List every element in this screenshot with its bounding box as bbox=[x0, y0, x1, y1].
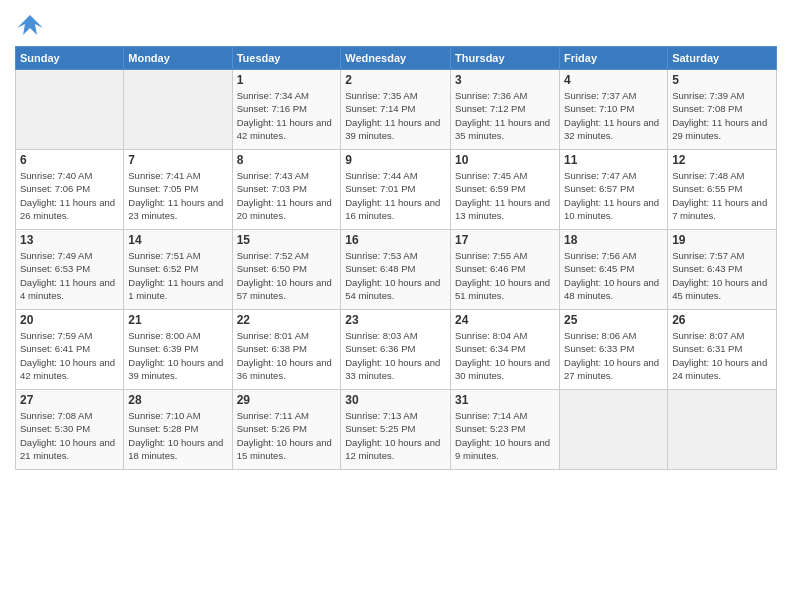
day-number: 6 bbox=[20, 153, 119, 167]
day-number: 28 bbox=[128, 393, 227, 407]
day-number: 21 bbox=[128, 313, 227, 327]
day-cell: 11Sunrise: 7:47 AM Sunset: 6:57 PM Dayli… bbox=[560, 150, 668, 230]
day-info: Sunrise: 7:36 AM Sunset: 7:12 PM Dayligh… bbox=[455, 89, 555, 142]
day-info: Sunrise: 7:51 AM Sunset: 6:52 PM Dayligh… bbox=[128, 249, 227, 302]
calendar-header-row: SundayMondayTuesdayWednesdayThursdayFrid… bbox=[16, 47, 777, 70]
day-cell: 7Sunrise: 7:41 AM Sunset: 7:05 PM Daylig… bbox=[124, 150, 232, 230]
day-number: 30 bbox=[345, 393, 446, 407]
day-cell bbox=[16, 70, 124, 150]
day-cell: 5Sunrise: 7:39 AM Sunset: 7:08 PM Daylig… bbox=[668, 70, 777, 150]
day-number: 20 bbox=[20, 313, 119, 327]
day-info: Sunrise: 7:37 AM Sunset: 7:10 PM Dayligh… bbox=[564, 89, 663, 142]
day-info: Sunrise: 7:56 AM Sunset: 6:45 PM Dayligh… bbox=[564, 249, 663, 302]
day-info: Sunrise: 8:03 AM Sunset: 6:36 PM Dayligh… bbox=[345, 329, 446, 382]
day-info: Sunrise: 7:45 AM Sunset: 6:59 PM Dayligh… bbox=[455, 169, 555, 222]
day-number: 27 bbox=[20, 393, 119, 407]
day-number: 11 bbox=[564, 153, 663, 167]
day-info: Sunrise: 7:59 AM Sunset: 6:41 PM Dayligh… bbox=[20, 329, 119, 382]
day-cell: 20Sunrise: 7:59 AM Sunset: 6:41 PM Dayli… bbox=[16, 310, 124, 390]
day-info: Sunrise: 8:04 AM Sunset: 6:34 PM Dayligh… bbox=[455, 329, 555, 382]
day-cell: 1Sunrise: 7:34 AM Sunset: 7:16 PM Daylig… bbox=[232, 70, 341, 150]
day-cell: 23Sunrise: 8:03 AM Sunset: 6:36 PM Dayli… bbox=[341, 310, 451, 390]
header-friday: Friday bbox=[560, 47, 668, 70]
logo bbox=[15, 10, 49, 40]
day-cell: 30Sunrise: 7:13 AM Sunset: 5:25 PM Dayli… bbox=[341, 390, 451, 470]
day-cell: 4Sunrise: 7:37 AM Sunset: 7:10 PM Daylig… bbox=[560, 70, 668, 150]
day-number: 26 bbox=[672, 313, 772, 327]
week-row-5: 27Sunrise: 7:08 AM Sunset: 5:30 PM Dayli… bbox=[16, 390, 777, 470]
header-thursday: Thursday bbox=[451, 47, 560, 70]
day-info: Sunrise: 7:41 AM Sunset: 7:05 PM Dayligh… bbox=[128, 169, 227, 222]
day-cell: 21Sunrise: 8:00 AM Sunset: 6:39 PM Dayli… bbox=[124, 310, 232, 390]
day-number: 22 bbox=[237, 313, 337, 327]
day-cell: 17Sunrise: 7:55 AM Sunset: 6:46 PM Dayli… bbox=[451, 230, 560, 310]
day-cell: 28Sunrise: 7:10 AM Sunset: 5:28 PM Dayli… bbox=[124, 390, 232, 470]
day-info: Sunrise: 7:08 AM Sunset: 5:30 PM Dayligh… bbox=[20, 409, 119, 462]
day-cell: 22Sunrise: 8:01 AM Sunset: 6:38 PM Dayli… bbox=[232, 310, 341, 390]
day-cell: 10Sunrise: 7:45 AM Sunset: 6:59 PM Dayli… bbox=[451, 150, 560, 230]
day-cell bbox=[668, 390, 777, 470]
day-number: 23 bbox=[345, 313, 446, 327]
day-info: Sunrise: 8:07 AM Sunset: 6:31 PM Dayligh… bbox=[672, 329, 772, 382]
day-info: Sunrise: 7:49 AM Sunset: 6:53 PM Dayligh… bbox=[20, 249, 119, 302]
day-number: 24 bbox=[455, 313, 555, 327]
header bbox=[15, 10, 777, 40]
day-info: Sunrise: 7:53 AM Sunset: 6:48 PM Dayligh… bbox=[345, 249, 446, 302]
day-number: 31 bbox=[455, 393, 555, 407]
day-number: 9 bbox=[345, 153, 446, 167]
day-number: 15 bbox=[237, 233, 337, 247]
day-number: 14 bbox=[128, 233, 227, 247]
day-info: Sunrise: 7:43 AM Sunset: 7:03 PM Dayligh… bbox=[237, 169, 337, 222]
day-number: 10 bbox=[455, 153, 555, 167]
day-cell: 26Sunrise: 8:07 AM Sunset: 6:31 PM Dayli… bbox=[668, 310, 777, 390]
day-info: Sunrise: 7:34 AM Sunset: 7:16 PM Dayligh… bbox=[237, 89, 337, 142]
header-wednesday: Wednesday bbox=[341, 47, 451, 70]
day-number: 3 bbox=[455, 73, 555, 87]
day-cell: 12Sunrise: 7:48 AM Sunset: 6:55 PM Dayli… bbox=[668, 150, 777, 230]
day-info: Sunrise: 8:00 AM Sunset: 6:39 PM Dayligh… bbox=[128, 329, 227, 382]
day-cell bbox=[124, 70, 232, 150]
day-number: 17 bbox=[455, 233, 555, 247]
day-number: 16 bbox=[345, 233, 446, 247]
day-info: Sunrise: 8:06 AM Sunset: 6:33 PM Dayligh… bbox=[564, 329, 663, 382]
svg-marker-0 bbox=[17, 15, 43, 35]
day-info: Sunrise: 7:40 AM Sunset: 7:06 PM Dayligh… bbox=[20, 169, 119, 222]
day-info: Sunrise: 7:14 AM Sunset: 5:23 PM Dayligh… bbox=[455, 409, 555, 462]
day-cell: 2Sunrise: 7:35 AM Sunset: 7:14 PM Daylig… bbox=[341, 70, 451, 150]
day-cell: 14Sunrise: 7:51 AM Sunset: 6:52 PM Dayli… bbox=[124, 230, 232, 310]
day-cell: 15Sunrise: 7:52 AM Sunset: 6:50 PM Dayli… bbox=[232, 230, 341, 310]
day-cell: 13Sunrise: 7:49 AM Sunset: 6:53 PM Dayli… bbox=[16, 230, 124, 310]
day-number: 19 bbox=[672, 233, 772, 247]
calendar-page: SundayMondayTuesdayWednesdayThursdayFrid… bbox=[0, 0, 792, 612]
day-info: Sunrise: 7:44 AM Sunset: 7:01 PM Dayligh… bbox=[345, 169, 446, 222]
day-cell: 9Sunrise: 7:44 AM Sunset: 7:01 PM Daylig… bbox=[341, 150, 451, 230]
day-cell bbox=[560, 390, 668, 470]
day-info: Sunrise: 7:52 AM Sunset: 6:50 PM Dayligh… bbox=[237, 249, 337, 302]
week-row-1: 1Sunrise: 7:34 AM Sunset: 7:16 PM Daylig… bbox=[16, 70, 777, 150]
day-info: Sunrise: 7:39 AM Sunset: 7:08 PM Dayligh… bbox=[672, 89, 772, 142]
day-cell: 16Sunrise: 7:53 AM Sunset: 6:48 PM Dayli… bbox=[341, 230, 451, 310]
day-number: 7 bbox=[128, 153, 227, 167]
day-info: Sunrise: 7:11 AM Sunset: 5:26 PM Dayligh… bbox=[237, 409, 337, 462]
day-cell: 25Sunrise: 8:06 AM Sunset: 6:33 PM Dayli… bbox=[560, 310, 668, 390]
header-monday: Monday bbox=[124, 47, 232, 70]
week-row-2: 6Sunrise: 7:40 AM Sunset: 7:06 PM Daylig… bbox=[16, 150, 777, 230]
week-row-3: 13Sunrise: 7:49 AM Sunset: 6:53 PM Dayli… bbox=[16, 230, 777, 310]
day-number: 13 bbox=[20, 233, 119, 247]
day-info: Sunrise: 7:57 AM Sunset: 6:43 PM Dayligh… bbox=[672, 249, 772, 302]
day-cell: 31Sunrise: 7:14 AM Sunset: 5:23 PM Dayli… bbox=[451, 390, 560, 470]
day-number: 8 bbox=[237, 153, 337, 167]
day-number: 2 bbox=[345, 73, 446, 87]
day-info: Sunrise: 7:48 AM Sunset: 6:55 PM Dayligh… bbox=[672, 169, 772, 222]
header-saturday: Saturday bbox=[668, 47, 777, 70]
day-info: Sunrise: 7:13 AM Sunset: 5:25 PM Dayligh… bbox=[345, 409, 446, 462]
logo-icon bbox=[15, 10, 45, 40]
header-sunday: Sunday bbox=[16, 47, 124, 70]
day-number: 4 bbox=[564, 73, 663, 87]
day-number: 12 bbox=[672, 153, 772, 167]
day-number: 29 bbox=[237, 393, 337, 407]
day-info: Sunrise: 7:47 AM Sunset: 6:57 PM Dayligh… bbox=[564, 169, 663, 222]
day-number: 25 bbox=[564, 313, 663, 327]
day-cell: 8Sunrise: 7:43 AM Sunset: 7:03 PM Daylig… bbox=[232, 150, 341, 230]
day-cell: 19Sunrise: 7:57 AM Sunset: 6:43 PM Dayli… bbox=[668, 230, 777, 310]
